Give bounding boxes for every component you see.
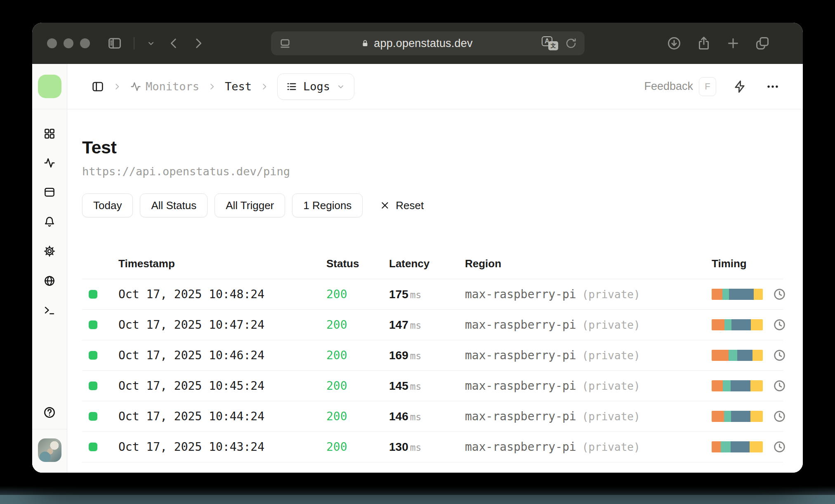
region-name: max-raspberry-pi — [465, 410, 576, 423]
sidebar-item-regions[interactable] — [43, 275, 56, 287]
log-row[interactable]: Oct 17, 2025 10:43:24 200 130 ms max-ras… — [82, 432, 783, 462]
timing-segment-3 — [737, 350, 752, 361]
forward-button[interactable] — [191, 36, 205, 50]
trigger-filter-button[interactable]: All Trigger — [215, 193, 285, 217]
desktop-background — [0, 495, 835, 504]
timing-segment-1 — [712, 380, 723, 391]
row-timestamp: Oct 17, 2025 10:45:24 — [118, 379, 326, 393]
browser-window: app.openstatus.dev A 文 — [32, 23, 803, 473]
timing-segment-2 — [729, 350, 737, 361]
app-sidebar-toggle-button[interactable] — [91, 80, 104, 93]
browser-sidebar-toggle-button[interactable] — [107, 36, 122, 51]
breadcrumb-separator-icon — [208, 82, 217, 91]
reset-filters-label: Reset — [396, 199, 424, 212]
user-menu-area — [32, 429, 67, 473]
help-button[interactable] — [43, 406, 56, 419]
row-timestamp: Oct 17, 2025 10:48:24 — [118, 287, 326, 301]
sidebar-item-monitors[interactable] — [43, 157, 56, 169]
status-code: 200 — [326, 349, 389, 362]
share-button[interactable] — [696, 36, 711, 51]
view-selector-label: Logs — [303, 80, 330, 93]
row-details-button[interactable] — [772, 409, 787, 424]
browser-toolbar: app.openstatus.dev A 文 — [32, 23, 803, 64]
page-settings-button[interactable] — [278, 37, 292, 50]
close-window-button[interactable] — [47, 38, 57, 48]
region-name: max-raspberry-pi — [465, 318, 576, 332]
breadcrumb-monitor-link[interactable]: Test — [225, 80, 252, 93]
status-indicator — [89, 351, 97, 360]
user-avatar[interactable] — [38, 438, 61, 462]
log-row[interactable]: Oct 17, 2025 10:46:24 200 169 ms max-ras… — [82, 340, 783, 371]
clock-icon — [773, 379, 786, 393]
page-icon — [278, 37, 292, 50]
sidebar-item-cli[interactable] — [43, 304, 56, 316]
chevron-down-icon — [146, 38, 156, 48]
sidebar-dropdown-button[interactable] — [146, 38, 156, 48]
sidebar-item-notifications[interactable] — [43, 215, 56, 228]
download-icon — [667, 36, 682, 51]
breadcrumb-monitor-label: Test — [225, 80, 252, 93]
timing-segment-3 — [731, 380, 750, 391]
timing-segment-1 — [712, 441, 721, 452]
sidebar-item-status-pages[interactable] — [43, 186, 56, 198]
tab-overview-button[interactable] — [755, 36, 770, 51]
log-row[interactable]: Oct 17, 2025 10:47:24 200 147 ms max-ras… — [82, 310, 783, 340]
translate-button[interactable]: A 文 — [542, 36, 558, 50]
share-icon — [696, 36, 711, 51]
row-details-button[interactable] — [772, 439, 787, 455]
bolt-icon — [733, 80, 747, 94]
region-visibility-note: (private) — [582, 410, 640, 423]
row-details-button[interactable] — [772, 317, 787, 332]
regions-filter-button[interactable]: 1 Regions — [292, 193, 363, 217]
reset-filters-button[interactable]: Reset — [380, 199, 424, 212]
sidebar-item-dashboard[interactable] — [43, 127, 56, 140]
timing-segment-2 — [721, 441, 731, 452]
timing-segment-2 — [724, 411, 731, 422]
log-row[interactable]: Oct 17, 2025 10:48:24 200 175 ms max-ras… — [82, 279, 783, 310]
zoom-window-button[interactable] — [80, 38, 90, 48]
timing-segment-4 — [750, 441, 763, 452]
feedback-label: Feedback — [644, 80, 693, 93]
plus-icon — [726, 36, 740, 50]
column-header-timing: Timing — [707, 257, 772, 270]
row-details-button[interactable] — [772, 348, 787, 363]
reload-button[interactable] — [565, 37, 577, 49]
new-tab-button[interactable] — [726, 36, 740, 50]
downloads-button[interactable] — [667, 36, 682, 51]
command-menu-button[interactable] — [730, 77, 749, 96]
status-code: 200 — [326, 287, 389, 301]
column-header-status: Status — [326, 257, 389, 270]
status-filter-button[interactable]: All Status — [140, 193, 208, 217]
address-bar[interactable]: app.openstatus.dev A 文 — [271, 31, 585, 55]
workspace-logo[interactable] — [38, 75, 61, 98]
sidebar-item-settings[interactable] — [43, 245, 56, 258]
log-row[interactable]: Oct 17, 2025 10:44:24 200 146 ms max-ras… — [82, 401, 783, 432]
timing-segment-3 — [731, 319, 751, 330]
timing-segment-1 — [712, 350, 729, 361]
breadcrumb-separator-icon — [260, 82, 269, 91]
timing-segment-4 — [754, 289, 763, 300]
view-selector-button[interactable]: Logs — [277, 73, 354, 100]
row-details-button[interactable] — [772, 378, 787, 393]
region-visibility-note: (private) — [582, 380, 640, 392]
breadcrumb-monitors-link[interactable]: Monitors — [130, 80, 199, 93]
status-indicator — [89, 320, 97, 329]
reload-icon — [565, 37, 577, 49]
region-visibility-note: (private) — [582, 441, 640, 453]
more-options-button[interactable] — [763, 77, 782, 96]
log-row[interactable]: Oct 17, 2025 10:45:24 200 145 ms max-ras… — [82, 371, 783, 401]
logs-page: Test https://api.openstatus.dev/ping Tod… — [67, 109, 803, 473]
region-visibility-note: (private) — [582, 288, 640, 301]
status-code: 200 — [326, 318, 389, 332]
back-button[interactable] — [167, 36, 181, 50]
region-name: max-raspberry-pi — [465, 349, 576, 362]
app-root: Monitors Test Logs — [32, 64, 803, 473]
row-details-button[interactable] — [772, 287, 787, 302]
feedback-button[interactable]: Feedback F — [644, 77, 716, 96]
date-filter-button[interactable]: Today — [82, 193, 133, 217]
clock-icon — [773, 318, 786, 332]
minimize-window-button[interactable] — [64, 38, 73, 48]
monitor-endpoint-url: https://api.openstatus.dev/ping — [82, 165, 783, 178]
bell-icon — [43, 215, 56, 228]
desktop-background-fade — [0, 484, 835, 495]
